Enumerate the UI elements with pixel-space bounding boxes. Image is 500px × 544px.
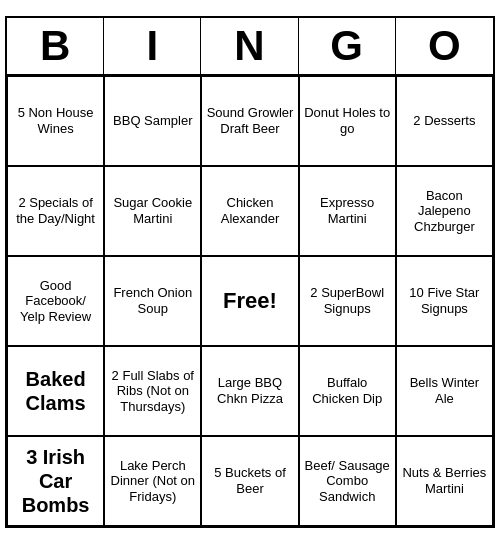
bingo-cell-16: 2 Full Slabs of Ribs (Not on Thursdays): [104, 346, 201, 436]
bingo-cell-2: Sound Growler Draft Beer: [201, 76, 298, 166]
bingo-cell-20: 3 Irish Car Bombs: [7, 436, 104, 526]
header-letter-i: I: [104, 18, 201, 74]
bingo-grid: 5 Non House WinesBBQ SamplerSound Growle…: [7, 76, 493, 526]
bingo-cell-13: 2 SuperBowl Signups: [299, 256, 396, 346]
bingo-cell-1: BBQ Sampler: [104, 76, 201, 166]
bingo-cell-11: French Onion Soup: [104, 256, 201, 346]
bingo-cell-6: Sugar Cookie Martini: [104, 166, 201, 256]
header-letter-o: O: [396, 18, 493, 74]
header-letter-n: N: [201, 18, 298, 74]
header-letter-b: B: [7, 18, 104, 74]
bingo-cell-23: Beef/ Sausage Combo Sandwich: [299, 436, 396, 526]
bingo-cell-21: Lake Perch Dinner (Not on Fridays): [104, 436, 201, 526]
bingo-cell-4: 2 Desserts: [396, 76, 493, 166]
bingo-cell-8: Expresso Martini: [299, 166, 396, 256]
bingo-cell-22: 5 Buckets of Beer: [201, 436, 298, 526]
bingo-cell-24: Nuts & Berries Martini: [396, 436, 493, 526]
bingo-cell-9: Bacon Jalepeno Chzburger: [396, 166, 493, 256]
bingo-cell-14: 10 Five Star Signups: [396, 256, 493, 346]
bingo-card: BINGO 5 Non House WinesBBQ SamplerSound …: [5, 16, 495, 528]
bingo-cell-7: Chicken Alexander: [201, 166, 298, 256]
bingo-cell-17: Large BBQ Chkn Pizza: [201, 346, 298, 436]
bingo-cell-3: Donut Holes to go: [299, 76, 396, 166]
bingo-cell-19: Bells Winter Ale: [396, 346, 493, 436]
bingo-cell-0: 5 Non House Wines: [7, 76, 104, 166]
bingo-cell-15: Baked Clams: [7, 346, 104, 436]
bingo-cell-10: Good Facebook/ Yelp Review: [7, 256, 104, 346]
header-letter-g: G: [299, 18, 396, 74]
bingo-cell-12: Free!: [201, 256, 298, 346]
bingo-header: BINGO: [7, 18, 493, 76]
bingo-cell-5: 2 Specials of the Day/Night: [7, 166, 104, 256]
bingo-cell-18: Buffalo Chicken Dip: [299, 346, 396, 436]
